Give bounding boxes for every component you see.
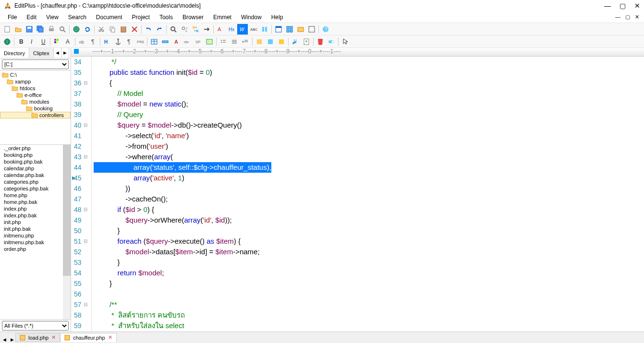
- line-number[interactable]: 45: [74, 173, 87, 183]
- line-number[interactable]: 57⊟: [74, 299, 87, 310]
- doc-tab[interactable]: load.php✕: [15, 333, 60, 342]
- code-line[interactable]: $query = $model->db()->createQuery(): [94, 120, 644, 130]
- tab-close-icon[interactable]: ✕: [108, 334, 112, 341]
- menu-browser[interactable]: Browser: [178, 13, 208, 22]
- new-doc-button[interactable]: [301, 36, 312, 47]
- code-line[interactable]: {: [94, 78, 644, 88]
- sidebar-tab-prev[interactable]: ◀: [54, 48, 61, 58]
- tree-item[interactable]: htdocs: [0, 85, 71, 92]
- folder-tree[interactable]: C:\xampphtdocse-officemodulesbookingcont…: [0, 71, 71, 145]
- pre-button[interactable]: PRE: [135, 36, 146, 47]
- preview-button[interactable]: [57, 24, 68, 35]
- word-wrap-button[interactable]: W: [237, 24, 248, 35]
- line-number[interactable]: 58: [74, 310, 87, 320]
- project-button[interactable]: [295, 24, 306, 35]
- tile-button[interactable]: [284, 24, 295, 35]
- tree-item[interactable]: modules: [0, 98, 71, 105]
- menu-window[interactable]: Window: [236, 13, 267, 22]
- file-item[interactable]: calendar.php.bak: [0, 172, 71, 178]
- line-number[interactable]: 39: [74, 109, 87, 120]
- file-item[interactable]: booking.php: [0, 152, 71, 158]
- table-button[interactable]: [149, 36, 159, 47]
- file-item[interactable]: init.php.bak: [0, 225, 71, 232]
- window-button[interactable]: [273, 24, 284, 35]
- globe-button[interactable]: [2, 36, 12, 47]
- code-line[interactable]: ->where(array(: [94, 152, 644, 162]
- goto-button[interactable]: [201, 24, 212, 35]
- code-editor[interactable]: 34 35 36⊟37 38 39 40⊟41 42 43⊟44 45 46 4…: [71, 57, 644, 331]
- code-line[interactable]: ->cacheOn();: [94, 194, 644, 204]
- line-number-gutter[interactable]: 34 35 36⊟37 38 39 40⊟41 42 43⊟44 45 46 4…: [71, 57, 92, 331]
- menu-view[interactable]: View: [41, 13, 63, 22]
- code-line[interactable]: }: [94, 257, 644, 268]
- line-number[interactable]: 48⊟: [74, 204, 87, 215]
- sp-button[interactable]: SP: [193, 36, 204, 47]
- cursor-button[interactable]: [340, 36, 351, 47]
- line-number[interactable]: 50: [74, 225, 87, 236]
- tree-item[interactable]: e-office: [0, 92, 71, 98]
- line-number[interactable]: 49: [74, 215, 87, 225]
- sidebar-tab-cliptext[interactable]: Cliptex: [29, 48, 54, 58]
- code-line[interactable]: foreach ($query->execute() as $item) {: [94, 236, 644, 247]
- undo-button[interactable]: [143, 24, 154, 35]
- code-line[interactable]: $model = new static();: [94, 99, 644, 109]
- child-minimize-button[interactable]: —: [613, 14, 622, 20]
- font-a-button[interactable]: A: [215, 24, 226, 35]
- menu-file[interactable]: File: [3, 13, 22, 22]
- hex-button[interactable]: Hx: [226, 24, 237, 35]
- tree-item[interactable]: booking: [0, 105, 71, 112]
- tree-item[interactable]: C:\: [0, 71, 71, 78]
- print-button[interactable]: [46, 24, 57, 35]
- new-button[interactable]: [2, 24, 12, 35]
- line-number[interactable]: 34: [74, 57, 87, 67]
- help-button[interactable]: ?: [320, 24, 331, 35]
- file-item[interactable]: categories.php: [0, 178, 71, 185]
- line-number[interactable]: 47: [74, 194, 87, 204]
- maximize-button[interactable]: ▢: [620, 2, 626, 10]
- file-filter-select[interactable]: All Files (*.*): [2, 321, 69, 331]
- list-button[interactable]: [218, 36, 229, 47]
- code-line[interactable]: public static function init($id = 0): [94, 67, 644, 78]
- cut-button[interactable]: [96, 24, 107, 35]
- refresh-button[interactable]: [82, 24, 93, 35]
- line-number[interactable]: 51⊟: [74, 236, 87, 247]
- minimize-button[interactable]: —: [604, 2, 611, 10]
- toggle-button[interactable]: [326, 36, 337, 47]
- replace-button[interactable]: [190, 24, 201, 35]
- save-button[interactable]: [24, 24, 35, 35]
- code-line[interactable]: /**: [94, 299, 644, 310]
- code-line[interactable]: if ($id > 0) {: [94, 204, 644, 215]
- line-number[interactable]: 59: [74, 320, 87, 331]
- anchor-button[interactable]: [113, 36, 123, 47]
- line-number[interactable]: 37: [74, 88, 87, 99]
- menu-project[interactable]: Project: [127, 13, 155, 22]
- sidebar-tab-next[interactable]: ▶: [61, 48, 69, 58]
- paste-button[interactable]: [118, 24, 129, 35]
- find-button[interactable]: [168, 24, 179, 35]
- line-number[interactable]: 36⊟: [74, 78, 87, 88]
- line-number[interactable]: 43⊟: [74, 152, 87, 162]
- menu-search[interactable]: Search: [63, 13, 91, 22]
- line-number[interactable]: 38: [74, 99, 87, 109]
- line-number[interactable]: 46: [74, 183, 87, 194]
- menu-help[interactable]: Help: [267, 13, 288, 22]
- file-item[interactable]: home.php: [0, 192, 71, 199]
- tab-close-icon[interactable]: ✕: [51, 334, 56, 341]
- open-button[interactable]: [13, 24, 24, 35]
- h1-button[interactable]: H: [102, 36, 112, 47]
- line-number[interactable]: 42: [74, 141, 87, 152]
- code-line[interactable]: // Model: [94, 88, 644, 99]
- code-line[interactable]: * สำหรับใส่ลงใน select: [94, 320, 644, 331]
- color-button[interactable]: [52, 36, 62, 47]
- code-line[interactable]: * ลิสต์รายการ คนขับรถ: [94, 310, 644, 320]
- file-item[interactable]: initmenu.php: [0, 232, 71, 239]
- file-item[interactable]: init.php: [0, 219, 71, 225]
- js-button[interactable]: [276, 36, 287, 47]
- file-item[interactable]: ._order.php: [0, 145, 71, 152]
- paragraph-button[interactable]: ¶: [88, 36, 98, 47]
- line-number[interactable]: 56: [74, 289, 87, 299]
- copy-button[interactable]: [107, 24, 118, 35]
- code-line[interactable]: $model->datas[$item->id] = $item->name;: [94, 247, 644, 257]
- file-item[interactable]: initmenu.php.bak: [0, 239, 71, 246]
- indent-button[interactable]: [240, 36, 251, 47]
